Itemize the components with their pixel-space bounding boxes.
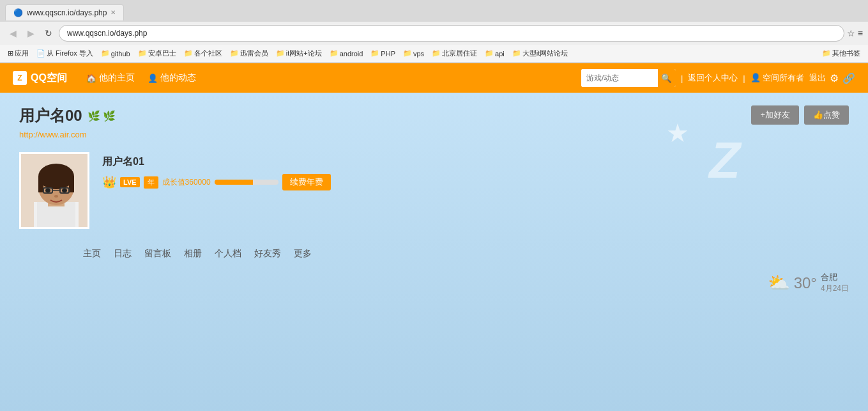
nav-his-activity[interactable]: 👤 他的动态 <box>141 72 202 84</box>
nav-his-home-label: 他的主页 <box>99 72 135 84</box>
bookmark-other[interactable]: 其他书签 <box>819 47 863 59</box>
nav-more[interactable]: 更多 <box>294 248 312 260</box>
bookmark-star-icon[interactable]: ☆ <box>847 28 855 38</box>
bookmark-android[interactable]: android <box>327 48 366 59</box>
nav-profile[interactable]: 个人档 <box>215 248 241 260</box>
tab-bar: 🔵 www.qqscn.io/days.php ✕ <box>0 0 868 22</box>
divider2: | <box>743 74 745 83</box>
bookmark-firefox[interactable]: 📄 从 Firefox 导入 <box>34 47 96 59</box>
renew-button[interactable]: 续费年费 <box>282 174 331 190</box>
tab-close-btn[interactable]: ✕ <box>110 9 116 16</box>
browser-icons: ☆ ≡ <box>847 28 863 38</box>
leaf-icon-1: 🌿 <box>88 110 100 122</box>
bookmark-communities[interactable]: 各个社区 <box>181 47 225 59</box>
growth-text: 成长值360000 <box>162 177 211 188</box>
qq-logo[interactable]: Z QQ空间 <box>13 71 67 85</box>
return-center-link[interactable]: 返回个人中心 <box>688 72 738 84</box>
bookmark-php[interactable]: PHP <box>368 48 398 59</box>
activity-icon: 👤 <box>148 74 158 83</box>
firefox-icon: 📄 <box>36 49 45 58</box>
search-button[interactable]: 🔍 <box>658 69 676 87</box>
weather-icon: ⛅ <box>768 272 790 293</box>
svg-point-14 <box>54 195 58 198</box>
back-button[interactable]: ◀ <box>5 26 20 41</box>
bookmark-beijing[interactable]: 北京居住证 <box>429 47 480 59</box>
browser-tab[interactable]: 🔵 www.qqscn.io/days.php ✕ <box>5 4 124 20</box>
nav-his-activity-label: 他的动态 <box>160 72 196 84</box>
progress-bar <box>215 180 278 185</box>
tab-favicon: 🔵 <box>13 8 23 17</box>
weather-city: 合肥 <box>821 272 849 283</box>
browser-chrome: 🔵 www.qqscn.io/days.php ✕ ◀ ▶ ↻ ☆ ≡ ⊞ 应用… <box>0 0 868 63</box>
avatar <box>21 154 89 229</box>
progress-bar-fill <box>215 180 253 185</box>
weather-info: 合肥 4月24日 <box>821 272 849 294</box>
weather-widget: ⛅ 30° 合肥 4月24日 <box>768 272 849 294</box>
profile-username: 用户名01 <box>102 155 331 169</box>
bookmark-api[interactable]: api <box>482 48 507 59</box>
menu-icon[interactable]: ≡ <box>858 28 863 38</box>
leaf-icon-2: 🌿 <box>103 110 116 122</box>
address-bar-row: ◀ ▶ ↻ ☆ ≡ <box>0 22 868 45</box>
owner-icon: 👤 <box>750 73 761 82</box>
qq-logo-icon: Z <box>13 71 27 85</box>
nav-photos[interactable]: 相册 <box>184 248 202 260</box>
share-icon[interactable]: 🔗 <box>842 72 855 84</box>
bookmark-thunder[interactable]: 迅雷会员 <box>227 47 271 59</box>
bookmark-github[interactable]: github <box>98 48 133 59</box>
user-url[interactable]: http://www.air.com <box>19 130 849 139</box>
svg-point-12 <box>45 189 50 192</box>
svg-rect-8 <box>69 176 74 192</box>
bookmark-apps[interactable]: ⊞ 应用 <box>5 47 31 59</box>
settings-icon[interactable]: ⚙ <box>830 72 839 84</box>
bookmark-it-site[interactable]: it网站+论坛 <box>273 47 324 59</box>
bookmarks-bar: ⊞ 应用 📄 从 Firefox 导入 github 安卓巴士 各个社区 迅雷会… <box>0 45 868 63</box>
display-username: 用户名00 <box>19 105 82 126</box>
user-header: 用户名00 🌿 🌿 http://www.air.com +加好友 👍点赞 <box>0 93 868 146</box>
divider: | <box>681 74 683 83</box>
forward-button[interactable]: ▶ <box>23 26 38 41</box>
apps-icon: ⊞ <box>8 49 13 58</box>
bookmark-android-bus[interactable]: 安卓巴士 <box>135 47 179 59</box>
like-button[interactable]: 👍点赞 <box>804 105 849 125</box>
qq-space-content: Z ★ 用户名00 🌿 🌿 http://www.air.com +加好友 👍点… <box>0 93 868 411</box>
nav-guestbook[interactable]: 留言板 <box>144 248 171 260</box>
refresh-button[interactable]: ↻ <box>41 26 56 41</box>
avatar-box <box>19 152 89 229</box>
user-actions: +加好友 👍点赞 <box>751 105 849 125</box>
add-friend-button[interactable]: +加好友 <box>751 105 799 125</box>
crown-icon: 👑 <box>102 175 116 189</box>
svg-point-6 <box>38 164 74 189</box>
logout-label[interactable]: 退出 <box>809 73 826 82</box>
user-decoration-icons: 🌿 🌿 <box>88 110 116 122</box>
nav-home[interactable]: 主页 <box>83 248 101 260</box>
level-badge: LVE <box>120 177 140 187</box>
bookmark-vps[interactable]: vps <box>400 48 427 59</box>
nav-friends[interactable]: 好友秀 <box>254 248 281 260</box>
tab-title: www.qqscn.io/days.php <box>27 8 107 17</box>
brand-name: QQ空间 <box>31 72 67 85</box>
weather-date: 4月24日 <box>821 283 849 294</box>
level-year: 年 <box>144 176 158 189</box>
address-input[interactable] <box>59 25 844 42</box>
svg-rect-7 <box>38 176 43 192</box>
nav-his-home[interactable]: 🏠 他的主页 <box>80 72 141 84</box>
search-input[interactable] <box>581 69 658 87</box>
svg-point-13 <box>62 189 67 192</box>
search-box: 🔍 <box>581 69 676 87</box>
weather-temp: 30° <box>794 274 817 292</box>
home-icon: 🏠 <box>86 74 96 83</box>
level-row: 👑 LVE 年 成长值360000 续费年费 <box>102 174 331 190</box>
profile-nav: 主页 日志 留言板 相册 个人档 好友秀 更多 <box>0 235 868 260</box>
qq-navbar: Z QQ空间 🏠 他的主页 👤 他的动态 🔍 | 返回个人中心 | 👤 空间所有… <box>0 63 868 93</box>
nav-diary[interactable]: 日志 <box>114 248 132 260</box>
username-display: 用户名00 🌿 🌿 <box>19 105 849 126</box>
profile-info: 用户名01 👑 LVE 年 成长值360000 续费年费 <box>102 152 331 196</box>
owner-label: 👤 空间所有者 退出 <box>750 72 826 84</box>
bookmark-large-site[interactable]: 大型it网站论坛 <box>510 47 571 59</box>
